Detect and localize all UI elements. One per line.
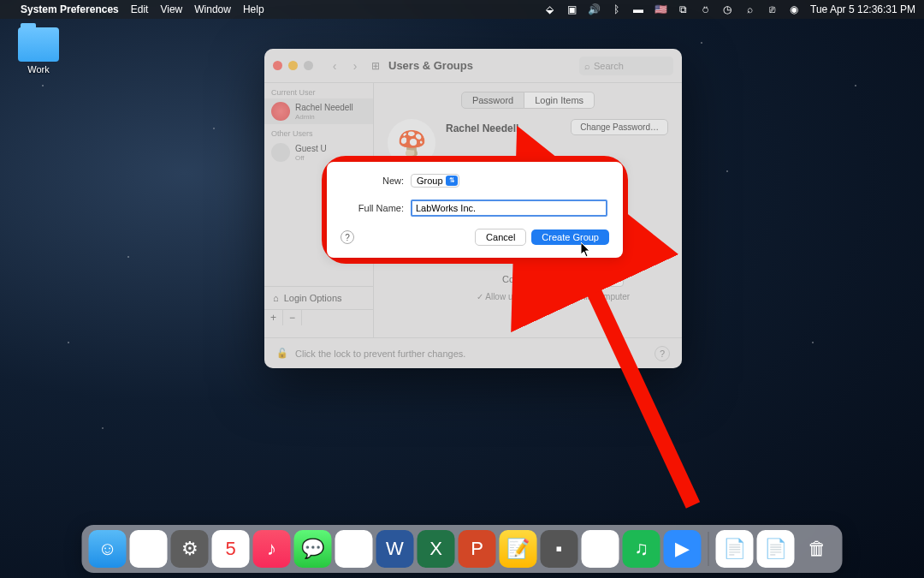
window-close-button[interactable]: [273, 61, 282, 70]
new-label: New:: [342, 176, 404, 186]
siri-icon[interactable]: ◉: [788, 3, 800, 15]
dock-notes[interactable]: 📝: [500, 530, 537, 568]
fullname-label: Full Name:: [342, 203, 404, 213]
avatar-icon: [271, 102, 290, 121]
dock-file-1[interactable]: 📄: [716, 530, 754, 568]
tab-login-items[interactable]: Login Items: [524, 92, 595, 109]
dock-slack[interactable]: ⁜: [582, 530, 619, 568]
desktop-folder-work[interactable]: Work: [13, 27, 64, 74]
folder-icon: [18, 27, 59, 62]
dock-word[interactable]: W: [376, 530, 414, 568]
sheet-help-button[interactable]: ?: [341, 230, 354, 244]
show-all-button[interactable]: ⊞: [371, 60, 380, 72]
dock-zoom[interactable]: ▶: [664, 530, 702, 568]
dock-music[interactable]: ♪: [253, 530, 291, 568]
spotlight-icon[interactable]: ⌕: [743, 3, 755, 15]
nav-back-button[interactable]: ‹: [325, 57, 344, 74]
dock-finder[interactable]: ☺: [89, 530, 127, 568]
menu-view[interactable]: View: [160, 3, 182, 15]
dock: ☺ ⊞ ⚙ 5 ♪ 💬 ◉ W X P 📝 ▪ ⁜ ♫ ▶ 📄 📄 🗑: [82, 525, 843, 573]
menu-help[interactable]: Help: [243, 3, 264, 15]
lock-icon[interactable]: 🔓: [276, 348, 288, 359]
new-group-sheet: New: Group ⇅ Full Name: ? Cancel Create …: [327, 162, 623, 258]
allow-admin-checkbox-label: ✓ Allow user to administer this computer: [477, 292, 630, 301]
open-contacts-button[interactable]: Open…: [572, 271, 624, 287]
volume-icon[interactable]: 🔊: [588, 3, 600, 15]
lock-bar: 🔓 Click the lock to prevent further chan…: [264, 337, 682, 368]
dropbox-icon[interactable]: ⬙: [543, 3, 555, 15]
dock-separator: [708, 532, 709, 566]
home-icon: ⌂: [273, 293, 279, 303]
dock-trash[interactable]: 🗑: [798, 530, 836, 568]
search-field[interactable]: ⌕ Search: [579, 57, 673, 75]
window-minimize-button[interactable]: [288, 61, 298, 70]
mouse-cursor-icon: [581, 242, 592, 260]
menu-edit[interactable]: Edit: [131, 3, 149, 15]
sidebar-guest-name: Guest U: [295, 144, 327, 154]
fullname-input[interactable]: [411, 200, 607, 217]
flag-icon[interactable]: 🇺🇸: [654, 3, 666, 15]
user-icon[interactable]: ⍥: [699, 3, 711, 15]
help-button[interactable]: ?: [654, 346, 670, 361]
dock-spotify[interactable]: ♫: [623, 530, 660, 568]
dock-chrome[interactable]: ◉: [335, 530, 373, 568]
dock-terminal[interactable]: ▪: [541, 530, 578, 568]
sidebar-guest-role: Off: [295, 154, 327, 162]
sidebar-other-label: Other Users: [264, 124, 373, 140]
remove-user-button[interactable]: −: [283, 310, 302, 325]
new-account-type-select[interactable]: Group ⇅: [411, 174, 459, 188]
dock-file-2[interactable]: 📄: [757, 530, 795, 568]
add-user-button[interactable]: +: [264, 310, 283, 325]
tab-password[interactable]: Password: [461, 92, 524, 109]
sidebar-user-name: Rachel Needell: [295, 103, 353, 113]
dock-messages[interactable]: 💬: [294, 530, 332, 568]
dock-calendar[interactable]: 5: [212, 530, 250, 568]
wifi-icon[interactable]: ⧉: [677, 3, 689, 15]
login-options-button[interactable]: ⌂ Login Options: [264, 287, 374, 309]
login-options-label: Login Options: [284, 293, 342, 303]
window-title: Users & Groups: [388, 59, 473, 72]
sync-icon[interactable]: ▣: [566, 3, 578, 15]
user-avatar[interactable]: 🍄: [388, 119, 435, 167]
create-group-button[interactable]: Create Group: [531, 229, 609, 245]
select-value: Group: [417, 176, 443, 186]
dock-excel[interactable]: X: [418, 530, 455, 568]
search-icon: ⌕: [584, 61, 590, 71]
bluetooth-icon[interactable]: ᛒ: [610, 3, 622, 15]
contacts-card-label: Contacts Card:: [502, 274, 565, 284]
lock-text: Click the lock to prevent further change…: [295, 349, 465, 359]
avatar-icon: [271, 143, 290, 162]
folder-label: Work: [13, 64, 64, 74]
search-placeholder: Search: [594, 61, 624, 71]
control-center-icon[interactable]: ⎚: [766, 3, 778, 15]
sidebar-user-role: Admin: [295, 113, 353, 121]
user-display-name: Rachel Needell: [446, 122, 518, 134]
menubar-app-name[interactable]: System Preferences: [21, 3, 119, 15]
menubar: System Preferences Edit View Window Help…: [0, 0, 924, 19]
chevron-updown-icon: ⇅: [449, 176, 455, 184]
menu-window[interactable]: Window: [194, 3, 231, 15]
window-zoom-button[interactable]: [304, 61, 313, 70]
sidebar-current-user[interactable]: Rachel Needell Admin: [264, 98, 373, 124]
dock-system-preferences[interactable]: ⚙: [171, 530, 209, 568]
change-password-button[interactable]: Change Password…: [571, 119, 668, 135]
cancel-button[interactable]: Cancel: [475, 229, 526, 246]
battery-icon[interactable]: ▬: [632, 3, 644, 15]
dock-powerpoint[interactable]: P: [459, 530, 496, 568]
dock-launchpad[interactable]: ⊞: [130, 530, 168, 568]
clock-icon[interactable]: ◷: [721, 3, 733, 15]
window-titlebar[interactable]: ‹ › ⊞ Users & Groups ⌕ Search: [264, 49, 682, 83]
sidebar-current-label: Current User: [264, 83, 373, 98]
menubar-datetime[interactable]: Tue Apr 5 12:36:31 PM: [810, 3, 915, 15]
nav-forward-button[interactable]: ›: [346, 57, 364, 74]
